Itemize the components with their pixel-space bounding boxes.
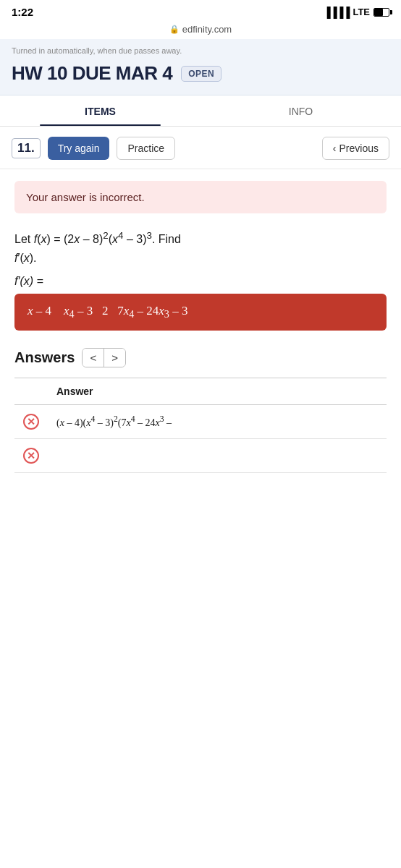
previous-button[interactable]: ‹ Previous <box>322 137 389 160</box>
incorrect-banner: Your answer is incorrect. <box>14 181 387 213</box>
hw-title: HW 10 DUE MAR 4 <box>12 62 172 85</box>
question-row: 11. Try again Practice ‹ Previous <box>0 127 401 169</box>
status-time: 1:22 <box>12 6 33 18</box>
wrong-icon-2: ✕ <box>23 448 39 464</box>
tabs-row: ITEMS INFO <box>0 95 401 127</box>
fprime-label: f′(x) = <box>14 275 387 288</box>
answers-table: Answer ✕ (x – 4)(x4 – 3)2(7x4 – 24x3 – ✕ <box>14 378 387 473</box>
tab-info[interactable]: INFO <box>200 95 401 126</box>
answer-text-1: (x – 4)(x4 – 3)2(7x4 – 24x3 – <box>48 404 387 438</box>
battery-icon <box>373 8 389 17</box>
chevron-left-icon: ‹ <box>333 142 337 154</box>
answers-section: Answers < > Answer ✕ (x – 4) <box>14 348 387 473</box>
lock-icon: 🔒 <box>169 25 180 34</box>
answer-icon-cell-1: ✕ <box>14 404 48 438</box>
practice-button[interactable]: Practice <box>117 137 175 160</box>
content-area: Your answer is incorrect. Let f(x) = (2x… <box>0 169 401 485</box>
nav-arrows: < > <box>82 348 126 367</box>
answers-next-button[interactable]: > <box>104 349 125 367</box>
url-text: edfinity.com <box>182 24 232 35</box>
wrong-icon-1: ✕ <box>23 414 39 430</box>
tab-items[interactable]: ITEMS <box>0 95 200 126</box>
open-badge: OPEN <box>181 66 221 82</box>
answer-icon-cell-2: ✕ <box>14 438 48 472</box>
hw-title-row: HW 10 DUE MAR 4 OPEN <box>12 58 389 90</box>
table-header-icon-col <box>14 378 48 404</box>
try-again-button[interactable]: Try again <box>48 137 110 160</box>
header-banner: Turned in automatically, when due passes… <box>0 39 401 95</box>
table-row: ✕ <box>14 438 387 472</box>
status-bar: 1:22 ▐▐▐▐ LTE <box>0 0 401 21</box>
answer-text-2 <box>48 438 387 472</box>
banner-subtitle: Turned in automatically, when due passes… <box>12 46 389 55</box>
battery-fill <box>374 9 383 16</box>
address-bar: 🔒 edfinity.com <box>0 21 401 39</box>
answers-header-row: Answers < > <box>14 348 387 367</box>
answer-box: x – 4 x4 – 3 2 7x4 – 24x3 – 3 <box>14 294 387 331</box>
answers-prev-button[interactable]: < <box>83 349 104 367</box>
signal-bars-icon: ▐▐▐▐ <box>324 7 350 18</box>
table-header-row: Answer <box>14 378 387 404</box>
answers-title: Answers <box>14 349 75 366</box>
lte-label: LTE <box>353 7 370 17</box>
status-icons: ▐▐▐▐ LTE <box>324 7 389 18</box>
problem-text: Let f(x) = (2x – 8)2(x4 – 3)3. Find f′(x… <box>14 228 387 268</box>
table-header-answer-col: Answer <box>48 378 387 404</box>
table-row: ✕ (x – 4)(x4 – 3)2(7x4 – 24x3 – <box>14 404 387 438</box>
answer-box-content: x – 4 x4 – 3 2 7x4 – 24x3 – 3 <box>28 304 373 320</box>
question-number: 11. <box>12 138 41 158</box>
